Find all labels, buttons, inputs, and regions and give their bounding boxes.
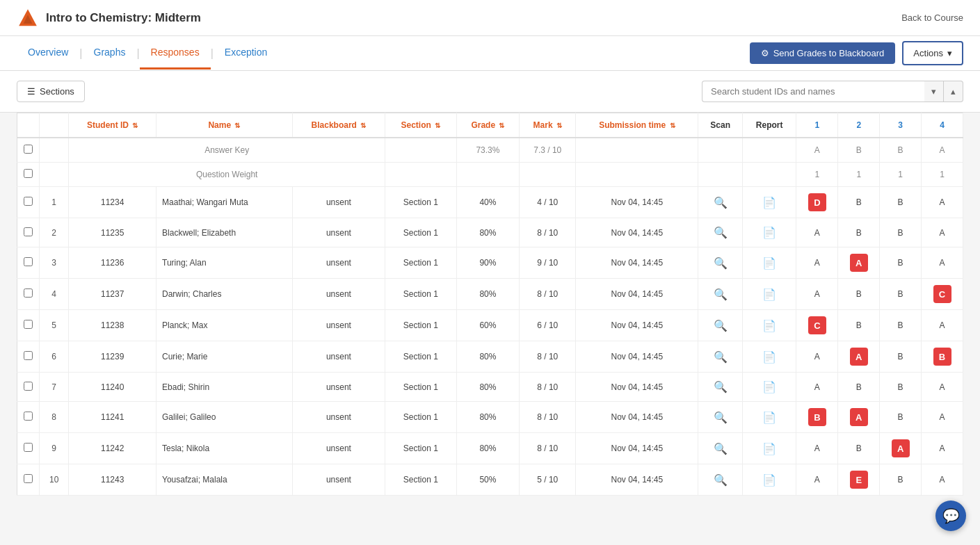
send-grades-button[interactable]: ⚙ Send Grades to Blackboard [750,42,896,64]
row-q2: B [838,218,880,247]
row-scan[interactable]: 🔍 [698,187,743,218]
row-report[interactable]: 📄 [742,373,796,402]
row-report[interactable]: 📄 [742,279,796,310]
scan-button[interactable]: 🔍 [711,195,730,211]
grade-cell: B [856,197,862,207]
scan-button[interactable]: 🔍 [711,409,730,425]
header-mark[interactable]: Mark ⇅ [520,113,576,138]
row-report[interactable]: 📄 [742,402,796,433]
grade-cell: A [814,475,820,485]
row-q4: A [922,373,963,402]
row-blackboard: unsent [292,464,385,496]
search-clear-button[interactable]: ▴ [944,81,963,102]
row-q2: B [838,433,880,464]
report-button[interactable]: 📄 [760,379,779,395]
row-blackboard: unsent [292,310,385,341]
row-scan[interactable]: 🔍 [698,433,743,464]
report-button[interactable]: 📄 [760,255,779,271]
header-q3: 3 [880,113,922,138]
row-checkbox[interactable] [24,474,33,483]
row-blackboard: unsent [292,341,385,373]
row-report[interactable]: 📄 [742,187,796,218]
row-name: Tesla; Nikola [156,433,293,464]
report-button[interactable]: 📄 [760,318,779,334]
row-checkbox[interactable] [24,382,33,391]
report-button[interactable]: 📄 [760,286,779,302]
header-grade[interactable]: Grade ⇅ [456,113,520,138]
scan-button[interactable]: 🔍 [711,349,730,365]
table-container: Student ID ⇅ Name ⇅ Blackboard ⇅ Section… [0,113,980,512]
row-q2: E [838,464,880,496]
scan-button[interactable]: 🔍 [711,318,730,334]
grade-cell: A [940,320,945,330]
sort-icon: ⇅ [556,122,562,129]
back-to-course-link[interactable]: Back to Course [901,13,963,23]
row-mark: 8 / 10 [520,433,576,464]
row-scan[interactable]: 🔍 [698,402,743,433]
row-checkbox[interactable] [24,443,33,452]
answer-key-checkbox[interactable] [24,145,33,154]
row-q2: A [838,402,880,433]
header-submission-time[interactable]: Submission time ⇅ [576,113,698,138]
report-button[interactable]: 📄 [760,349,779,365]
scan-button[interactable]: 🔍 [711,286,730,302]
header-section[interactable]: Section ⇅ [385,113,457,138]
row-checkbox[interactable] [24,351,33,360]
row-report[interactable]: 📄 [742,218,796,247]
search-dropdown-button[interactable]: ▾ [924,81,944,102]
row-scan[interactable]: 🔍 [698,341,743,373]
tab-graphs[interactable]: Graphs [83,37,137,70]
sort-icon: ⇅ [435,122,440,129]
scan-button[interactable]: 🔍 [711,472,730,488]
row-scan[interactable]: 🔍 [698,464,743,496]
row-report[interactable]: 📄 [742,341,796,373]
report-button[interactable]: 📄 [760,195,779,211]
tab-overview[interactable]: Overview [17,37,79,70]
row-scan[interactable]: 🔍 [698,279,743,310]
row-q3: B [880,187,922,218]
tab-exception[interactable]: Exception [214,37,278,70]
sections-button[interactable]: ☰ Sections [17,81,85,102]
report-button[interactable]: 📄 [760,409,779,425]
row-checkbox[interactable] [24,288,33,298]
question-weight-checkbox[interactable] [24,169,33,178]
row-checkbox[interactable] [24,197,33,206]
row-report[interactable]: 📄 [742,433,796,464]
row-checkbox[interactable] [24,227,33,236]
row-scan[interactable]: 🔍 [698,373,743,402]
report-button[interactable]: 📄 [760,472,779,488]
scan-button[interactable]: 🔍 [711,441,730,457]
grade-cell-highlight: B [933,348,951,366]
grade-cell-highlight: E [850,471,868,489]
actions-dropdown-button[interactable]: Actions ▾ [902,41,963,65]
scan-button[interactable]: 🔍 [711,225,730,241]
report-button[interactable]: 📄 [760,441,779,457]
header-student-id[interactable]: Student ID ⇅ [69,113,156,138]
row-scan[interactable]: 🔍 [698,218,743,247]
row-checkbox[interactable] [24,320,33,329]
row-checkbox[interactable] [24,257,33,266]
row-q2: B [838,279,880,310]
row-checkbox[interactable] [24,412,33,421]
row-scan[interactable]: 🔍 [698,247,743,279]
header-name[interactable]: Name ⇅ [156,113,293,138]
row-report[interactable]: 📄 [742,310,796,341]
tab-responses[interactable]: Responses [140,37,211,70]
row-num: 1 [40,187,69,218]
scan-button[interactable]: 🔍 [711,379,730,395]
report-button[interactable]: 📄 [760,225,779,241]
answer-key-row: Answer Key 73.3% 7.3 / 10 A B B A [17,138,963,163]
row-report[interactable]: 📄 [742,247,796,279]
row-student-id: 11237 [69,279,156,310]
row-grade: 80% [456,341,520,373]
scan-button[interactable]: 🔍 [711,255,730,271]
sort-icon: ⇅ [670,122,675,129]
row-section: Section 1 [385,433,457,464]
search-input[interactable] [702,81,924,102]
row-mark: 8 / 10 [520,279,576,310]
header-blackboard[interactable]: Blackboard ⇅ [292,113,385,138]
question-weight-row: Question Weight 1 1 1 1 [17,163,963,187]
row-scan[interactable]: 🔍 [698,310,743,341]
row-submission-time: Nov 04, 14:45 [576,247,698,279]
row-report[interactable]: 📄 [742,464,796,496]
